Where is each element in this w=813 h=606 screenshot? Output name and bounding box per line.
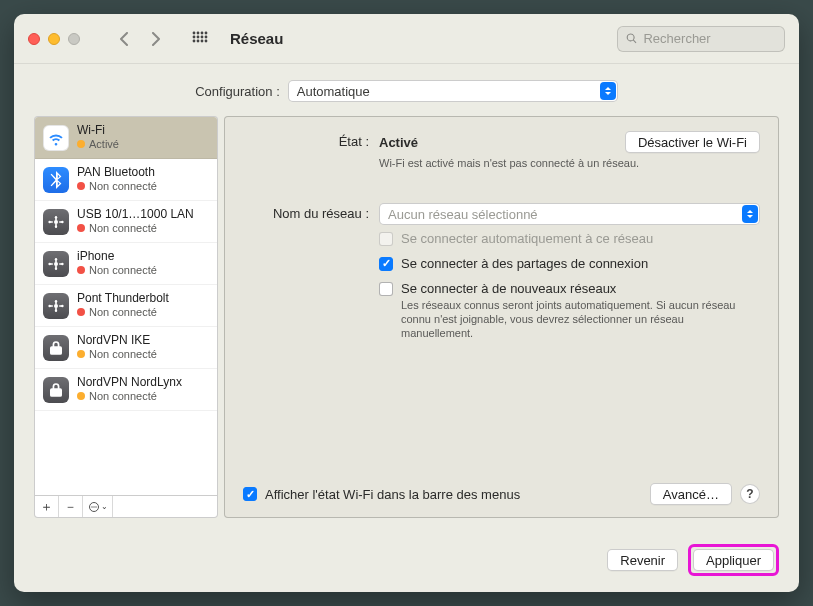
service-status: Non connecté xyxy=(77,180,157,193)
service-name: PAN Bluetooth xyxy=(77,166,157,180)
wifi-icon xyxy=(43,125,69,151)
svg-point-30 xyxy=(95,506,96,507)
chevron-updown-icon xyxy=(600,82,616,100)
svg-point-29 xyxy=(93,506,94,507)
sidebar-footer: ＋ － ⌄ xyxy=(34,496,218,518)
service-actions-button[interactable]: ⌄ xyxy=(83,496,113,517)
configuration-select[interactable]: Automatique xyxy=(288,80,618,102)
svg-point-2 xyxy=(201,31,204,34)
service-item[interactable]: iPhoneNon connecté xyxy=(35,243,217,285)
network-select[interactable]: Aucun réseau sélectionné xyxy=(379,203,760,225)
ethernet-icon xyxy=(43,251,69,277)
svg-point-12 xyxy=(54,220,58,224)
svg-point-10 xyxy=(201,39,204,42)
svg-point-18 xyxy=(48,262,50,264)
svg-point-13 xyxy=(48,220,50,222)
advanced-button[interactable]: Avancé… xyxy=(650,483,732,505)
back-button[interactable] xyxy=(110,25,138,53)
share-connect-checkbox[interactable]: Se connecter à des partages de connexion xyxy=(379,256,760,271)
service-item[interactable]: NordVPN NordLynxNon connecté xyxy=(35,369,217,411)
configuration-value: Automatique xyxy=(297,84,370,99)
network-placeholder: Aucun réseau sélectionné xyxy=(388,207,538,222)
svg-point-5 xyxy=(197,35,200,38)
toggle-wifi-button[interactable]: Désactiver le Wi-Fi xyxy=(625,131,760,153)
service-name: Wi-Fi xyxy=(77,124,119,138)
checkbox-icon[interactable] xyxy=(379,282,393,296)
svg-point-11 xyxy=(205,39,208,42)
svg-point-6 xyxy=(201,35,204,38)
service-status: Non connecté xyxy=(77,222,194,235)
service-status: Non connecté xyxy=(77,306,169,319)
lock-icon xyxy=(43,335,69,361)
svg-point-14 xyxy=(61,220,63,222)
ethernet-icon xyxy=(43,293,69,319)
checkbox-icon[interactable] xyxy=(379,257,393,271)
svg-point-15 xyxy=(55,216,57,218)
state-label: État : xyxy=(243,131,369,149)
configuration-label: Configuration : xyxy=(195,84,280,99)
lock-icon xyxy=(43,377,69,403)
svg-point-0 xyxy=(193,31,196,34)
service-item[interactable]: NordVPN IKENon connecté xyxy=(35,327,217,369)
svg-point-23 xyxy=(48,304,50,306)
ellipsis-icon xyxy=(88,501,100,513)
svg-point-26 xyxy=(55,309,57,311)
svg-point-21 xyxy=(55,267,57,269)
svg-point-17 xyxy=(54,262,58,266)
svg-point-3 xyxy=(205,31,208,34)
zoom-button xyxy=(68,33,80,45)
svg-point-9 xyxy=(197,39,200,42)
service-status: Non connecté xyxy=(77,390,182,403)
service-status: Non connecté xyxy=(77,264,157,277)
svg-point-19 xyxy=(61,262,63,264)
service-status: Non connecté xyxy=(77,348,157,361)
apply-highlight: Appliquer xyxy=(688,544,779,576)
preferences-window: Réseau Configuration : Automatique Wi-Fi… xyxy=(14,14,799,592)
network-label: Nom du réseau : xyxy=(243,203,369,221)
new-networks-help: Les réseaux connus seront joints automat… xyxy=(401,299,741,340)
show-all-button[interactable] xyxy=(186,25,214,53)
revert-button[interactable]: Revenir xyxy=(607,549,678,571)
service-name: iPhone xyxy=(77,250,157,264)
service-item[interactable]: PAN BluetoothNon connecté xyxy=(35,159,217,201)
svg-point-1 xyxy=(197,31,200,34)
service-item[interactable]: USB 10/1…1000 LANNon connecté xyxy=(35,201,217,243)
apply-button[interactable]: Appliquer xyxy=(693,549,774,571)
chevron-updown-icon xyxy=(742,205,758,223)
traffic-lights xyxy=(28,33,80,45)
service-item[interactable]: Wi-FiActivé xyxy=(35,117,217,159)
forward-button[interactable] xyxy=(142,25,170,53)
add-service-button[interactable]: ＋ xyxy=(35,496,59,517)
state-subtext: Wi-Fi est activé mais n'est pas connecté… xyxy=(379,157,760,169)
service-name: Pont Thunderbolt xyxy=(77,292,169,306)
bottom-actions: Revenir Appliquer xyxy=(14,534,799,592)
service-item[interactable]: Pont ThunderboltNon connecté xyxy=(35,285,217,327)
close-button[interactable] xyxy=(28,33,40,45)
service-status: Activé xyxy=(77,138,119,151)
svg-point-25 xyxy=(55,300,57,302)
service-name: USB 10/1…1000 LAN xyxy=(77,208,194,222)
minimize-button[interactable] xyxy=(48,33,60,45)
svg-point-4 xyxy=(193,35,196,38)
svg-point-20 xyxy=(55,258,57,260)
help-button[interactable]: ? xyxy=(740,484,760,504)
svg-point-16 xyxy=(55,225,57,227)
service-name: NordVPN IKE xyxy=(77,334,157,348)
configuration-row: Configuration : Automatique xyxy=(14,64,799,116)
checkbox-icon xyxy=(379,232,393,246)
checkbox-icon[interactable] xyxy=(243,487,257,501)
svg-point-28 xyxy=(91,506,92,507)
state-value: Activé xyxy=(379,135,418,150)
service-name: NordVPN NordLynx xyxy=(77,376,182,390)
remove-service-button[interactable]: － xyxy=(59,496,83,517)
show-menu-checkbox[interactable]: Afficher l'état Wi-Fi dans la barre des … xyxy=(243,487,520,502)
bluetooth-icon xyxy=(43,167,69,193)
services-sidebar[interactable]: Wi-FiActivéPAN BluetoothNon connectéUSB … xyxy=(34,116,218,496)
search-icon xyxy=(626,32,637,45)
svg-point-22 xyxy=(54,304,58,308)
nav-buttons xyxy=(110,25,170,53)
search-input[interactable] xyxy=(643,31,776,46)
new-networks-checkbox[interactable]: Se connecter à de nouveaux réseaux xyxy=(379,281,760,296)
search-field[interactable] xyxy=(617,26,785,52)
window-title: Réseau xyxy=(230,30,283,47)
